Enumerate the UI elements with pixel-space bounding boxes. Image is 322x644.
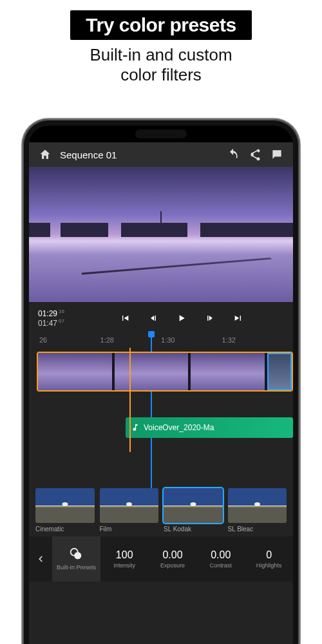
promo-subtitle: Built-in and customcolor filters — [0, 45, 322, 85]
audio-clip-label: VoiceOver_2020-Ma — [144, 423, 214, 432]
preset-sl-bleach[interactable]: SL Bleac — [228, 488, 287, 533]
promo-header: Try color presets Built-in and customcol… — [0, 0, 322, 85]
timecode-display: 01:2916 01:4707 — [38, 308, 75, 328]
preset-thumb — [228, 488, 287, 523]
preset-label: SL Kodak — [164, 526, 223, 533]
param-value: 100 — [116, 549, 133, 561]
presets-icon — [69, 547, 83, 563]
param-value: 0.00 — [162, 549, 182, 561]
preset-thumb — [100, 488, 159, 523]
param-label: Built-In Presets — [57, 564, 96, 571]
video-clip-selected[interactable] — [267, 353, 292, 390]
video-track[interactable] — [37, 352, 293, 392]
video-clip[interactable] — [38, 353, 112, 390]
share-icon[interactable] — [248, 147, 262, 162]
ruler-mark: 26 — [39, 336, 100, 344]
phone-frame: Sequence 01 01:2916 01:4707 — [23, 119, 299, 644]
preset-thumb — [164, 488, 223, 523]
video-clip[interactable] — [115, 353, 189, 390]
param-label: Contrast — [210, 562, 232, 569]
undo-icon[interactable] — [226, 147, 240, 162]
home-icon[interactable] — [38, 147, 52, 162]
param-label: Exposure — [160, 562, 185, 569]
music-note-icon — [131, 423, 140, 432]
ruler-mark: 1:32 — [222, 336, 283, 344]
param-bar: Built-In Presets 100 Intensity 0.00 Expo… — [29, 536, 293, 582]
skip-start-icon[interactable] — [118, 311, 132, 325]
preset-label: Film — [100, 526, 159, 533]
param-value: 0.00 — [211, 549, 231, 561]
step-back-icon[interactable] — [146, 311, 160, 325]
chat-icon[interactable] — [270, 147, 284, 162]
transport-bar: 01:2916 01:4707 — [29, 302, 293, 335]
preset-thumb — [35, 488, 95, 523]
param-contrast[interactable]: 0.00 Contrast — [196, 536, 245, 582]
top-bar: Sequence 01 — [29, 142, 293, 167]
preset-label: Cinematic — [35, 526, 95, 533]
sequence-title[interactable]: Sequence 01 — [60, 149, 218, 160]
promo-title: Try color presets — [70, 10, 251, 40]
param-intensity[interactable]: 100 Intensity — [100, 536, 149, 582]
audio-clip[interactable]: VoiceOver_2020-Ma — [126, 417, 293, 438]
video-clip[interactable] — [191, 353, 265, 390]
svg-point-1 — [75, 553, 82, 560]
statusbar — [29, 126, 293, 142]
preset-strip: Cinematic Film SL Kodak SL Bleac — [29, 484, 293, 536]
ruler-mark: 1:30 — [161, 336, 222, 344]
back-button[interactable] — [29, 536, 52, 582]
preset-label: SL Bleac — [228, 526, 287, 533]
app-screen: Sequence 01 01:2916 01:4707 — [29, 126, 293, 644]
preset-cinematic[interactable]: Cinematic — [35, 488, 95, 533]
preset-sl-kodak[interactable]: SL Kodak — [164, 488, 223, 533]
preset-film[interactable]: Film — [100, 488, 159, 533]
param-value: 0 — [266, 549, 272, 561]
param-highlights[interactable]: 0 Highlights — [245, 536, 293, 582]
timeline-ruler[interactable]: 26 1:28 1:30 1:32 — [29, 335, 293, 348]
video-preview[interactable] — [29, 167, 293, 302]
chevron-left-icon — [36, 554, 45, 564]
edit-marker[interactable] — [129, 348, 131, 452]
param-builtin-presets[interactable]: Built-In Presets — [52, 536, 100, 582]
param-exposure[interactable]: 0.00 Exposure — [149, 536, 197, 582]
param-label: Intensity — [113, 562, 135, 569]
skip-end-icon[interactable] — [231, 311, 245, 325]
play-icon[interactable] — [175, 311, 189, 325]
param-label: Highlights — [256, 562, 282, 569]
timeline[interactable]: VoiceOver_2020-Ma — [29, 348, 293, 484]
step-forward-icon[interactable] — [203, 311, 217, 325]
